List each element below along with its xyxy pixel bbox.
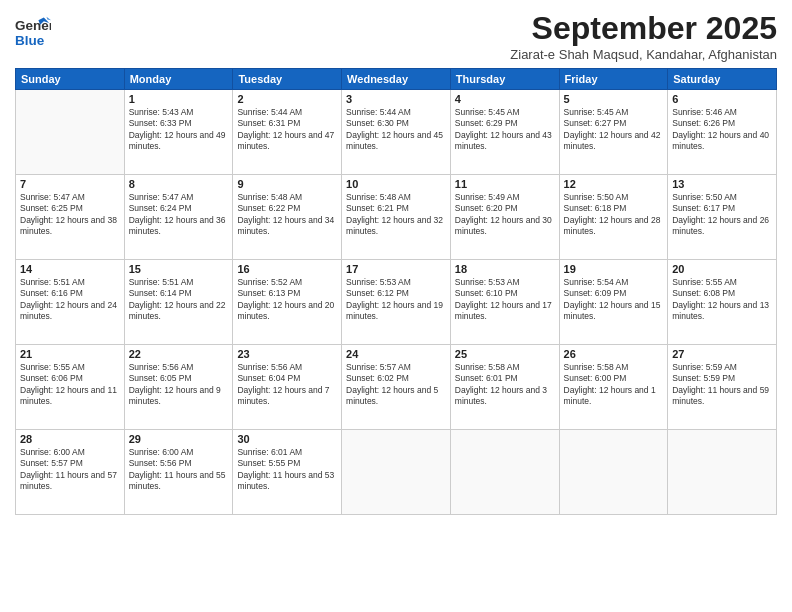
- day-cell: 10 Sunrise: 5:48 AM Sunset: 6:21 PM Dayl…: [342, 175, 451, 260]
- weekday-monday: Monday: [124, 69, 233, 90]
- sunrise-text: Sunrise: 5:51 AM: [129, 277, 194, 287]
- day-cell: 30 Sunrise: 6:01 AM Sunset: 5:55 PM Dayl…: [233, 430, 342, 515]
- sunset-text: Sunset: 5:57 PM: [20, 458, 83, 468]
- day-info: Sunrise: 5:55 AM Sunset: 6:08 PM Dayligh…: [672, 277, 772, 323]
- daylight-text: Daylight: 12 hours and 43 minutes.: [455, 130, 552, 151]
- day-cell: 18 Sunrise: 5:53 AM Sunset: 6:10 PM Dayl…: [450, 260, 559, 345]
- sunset-text: Sunset: 6:24 PM: [129, 203, 192, 213]
- day-info: Sunrise: 5:51 AM Sunset: 6:16 PM Dayligh…: [20, 277, 120, 323]
- week-row-1: 1 Sunrise: 5:43 AM Sunset: 6:33 PM Dayli…: [16, 90, 777, 175]
- day-info: Sunrise: 5:56 AM Sunset: 6:05 PM Dayligh…: [129, 362, 229, 408]
- day-cell: 23 Sunrise: 5:56 AM Sunset: 6:04 PM Dayl…: [233, 345, 342, 430]
- day-cell: 5 Sunrise: 5:45 AM Sunset: 6:27 PM Dayli…: [559, 90, 668, 175]
- daylight-text: Daylight: 11 hours and 53 minutes.: [237, 470, 334, 491]
- daylight-text: Daylight: 12 hours and 40 minutes.: [672, 130, 769, 151]
- day-cell: 4 Sunrise: 5:45 AM Sunset: 6:29 PM Dayli…: [450, 90, 559, 175]
- day-number: 17: [346, 263, 446, 275]
- day-info: Sunrise: 5:47 AM Sunset: 6:25 PM Dayligh…: [20, 192, 120, 238]
- day-info: Sunrise: 5:59 AM Sunset: 5:59 PM Dayligh…: [672, 362, 772, 408]
- day-cell: [668, 430, 777, 515]
- sunrise-text: Sunrise: 5:47 AM: [20, 192, 85, 202]
- day-number: 27: [672, 348, 772, 360]
- sunset-text: Sunset: 6:05 PM: [129, 373, 192, 383]
- sunset-text: Sunset: 6:10 PM: [455, 288, 518, 298]
- daylight-text: Daylight: 11 hours and 55 minutes.: [129, 470, 226, 491]
- logo: General Blue: [15, 14, 51, 50]
- day-cell: 9 Sunrise: 5:48 AM Sunset: 6:22 PM Dayli…: [233, 175, 342, 260]
- day-cell: 24 Sunrise: 5:57 AM Sunset: 6:02 PM Dayl…: [342, 345, 451, 430]
- sunset-text: Sunset: 5:56 PM: [129, 458, 192, 468]
- day-number: 2: [237, 93, 337, 105]
- sunset-text: Sunset: 6:08 PM: [672, 288, 735, 298]
- weekday-friday: Friday: [559, 69, 668, 90]
- sunrise-text: Sunrise: 5:50 AM: [564, 192, 629, 202]
- weekday-tuesday: Tuesday: [233, 69, 342, 90]
- daylight-text: Daylight: 12 hours and 9 minutes.: [129, 385, 221, 406]
- day-cell: 1 Sunrise: 5:43 AM Sunset: 6:33 PM Dayli…: [124, 90, 233, 175]
- day-info: Sunrise: 5:50 AM Sunset: 6:18 PM Dayligh…: [564, 192, 664, 238]
- day-cell: 22 Sunrise: 5:56 AM Sunset: 6:05 PM Dayl…: [124, 345, 233, 430]
- day-info: Sunrise: 5:48 AM Sunset: 6:21 PM Dayligh…: [346, 192, 446, 238]
- sunset-text: Sunset: 6:14 PM: [129, 288, 192, 298]
- day-number: 7: [20, 178, 120, 190]
- day-info: Sunrise: 5:55 AM Sunset: 6:06 PM Dayligh…: [20, 362, 120, 408]
- weekday-saturday: Saturday: [668, 69, 777, 90]
- day-cell: 25 Sunrise: 5:58 AM Sunset: 6:01 PM Dayl…: [450, 345, 559, 430]
- sunrise-text: Sunrise: 5:57 AM: [346, 362, 411, 372]
- sunrise-text: Sunrise: 5:50 AM: [672, 192, 737, 202]
- day-cell: 28 Sunrise: 6:00 AM Sunset: 5:57 PM Dayl…: [16, 430, 125, 515]
- day-cell: 14 Sunrise: 5:51 AM Sunset: 6:16 PM Dayl…: [16, 260, 125, 345]
- day-number: 10: [346, 178, 446, 190]
- daylight-text: Daylight: 12 hours and 32 minutes.: [346, 215, 443, 236]
- daylight-text: Daylight: 12 hours and 28 minutes.: [564, 215, 661, 236]
- day-number: 30: [237, 433, 337, 445]
- day-number: 9: [237, 178, 337, 190]
- day-info: Sunrise: 5:43 AM Sunset: 6:33 PM Dayligh…: [129, 107, 229, 153]
- day-info: Sunrise: 5:45 AM Sunset: 6:27 PM Dayligh…: [564, 107, 664, 153]
- daylight-text: Daylight: 12 hours and 45 minutes.: [346, 130, 443, 151]
- day-info: Sunrise: 6:00 AM Sunset: 5:57 PM Dayligh…: [20, 447, 120, 493]
- day-cell: 6 Sunrise: 5:46 AM Sunset: 6:26 PM Dayli…: [668, 90, 777, 175]
- sunset-text: Sunset: 6:26 PM: [672, 118, 735, 128]
- day-number: 22: [129, 348, 229, 360]
- day-number: 11: [455, 178, 555, 190]
- sunrise-text: Sunrise: 5:53 AM: [455, 277, 520, 287]
- day-cell: [342, 430, 451, 515]
- day-cell: 7 Sunrise: 5:47 AM Sunset: 6:25 PM Dayli…: [16, 175, 125, 260]
- daylight-text: Daylight: 12 hours and 30 minutes.: [455, 215, 552, 236]
- sunrise-text: Sunrise: 5:45 AM: [455, 107, 520, 117]
- weekday-thursday: Thursday: [450, 69, 559, 90]
- day-number: 12: [564, 178, 664, 190]
- subtitle: Ziarat-e Shah Maqsud, Kandahar, Afghanis…: [510, 47, 777, 62]
- daylight-text: Daylight: 12 hours and 42 minutes.: [564, 130, 661, 151]
- day-cell: 15 Sunrise: 5:51 AM Sunset: 6:14 PM Dayl…: [124, 260, 233, 345]
- title-block: September 2025 Ziarat-e Shah Maqsud, Kan…: [510, 10, 777, 62]
- day-cell: 19 Sunrise: 5:54 AM Sunset: 6:09 PM Dayl…: [559, 260, 668, 345]
- week-row-4: 21 Sunrise: 5:55 AM Sunset: 6:06 PM Dayl…: [16, 345, 777, 430]
- day-info: Sunrise: 5:51 AM Sunset: 6:14 PM Dayligh…: [129, 277, 229, 323]
- sunrise-text: Sunrise: 6:01 AM: [237, 447, 302, 457]
- weekday-header-row: SundayMondayTuesdayWednesdayThursdayFrid…: [16, 69, 777, 90]
- day-cell: 3 Sunrise: 5:44 AM Sunset: 6:30 PM Dayli…: [342, 90, 451, 175]
- day-cell: 12 Sunrise: 5:50 AM Sunset: 6:18 PM Dayl…: [559, 175, 668, 260]
- calendar: SundayMondayTuesdayWednesdayThursdayFrid…: [15, 68, 777, 515]
- day-info: Sunrise: 6:01 AM Sunset: 5:55 PM Dayligh…: [237, 447, 337, 493]
- sunrise-text: Sunrise: 5:43 AM: [129, 107, 194, 117]
- day-cell: 11 Sunrise: 5:49 AM Sunset: 6:20 PM Dayl…: [450, 175, 559, 260]
- sunrise-text: Sunrise: 5:58 AM: [564, 362, 629, 372]
- day-info: Sunrise: 5:54 AM Sunset: 6:09 PM Dayligh…: [564, 277, 664, 323]
- day-number: 20: [672, 263, 772, 275]
- sunrise-text: Sunrise: 5:48 AM: [237, 192, 302, 202]
- sunrise-text: Sunrise: 5:52 AM: [237, 277, 302, 287]
- day-info: Sunrise: 6:00 AM Sunset: 5:56 PM Dayligh…: [129, 447, 229, 493]
- day-info: Sunrise: 5:56 AM Sunset: 6:04 PM Dayligh…: [237, 362, 337, 408]
- sunset-text: Sunset: 6:31 PM: [237, 118, 300, 128]
- sunrise-text: Sunrise: 5:49 AM: [455, 192, 520, 202]
- day-cell: [450, 430, 559, 515]
- day-info: Sunrise: 5:45 AM Sunset: 6:29 PM Dayligh…: [455, 107, 555, 153]
- daylight-text: Daylight: 12 hours and 15 minutes.: [564, 300, 661, 321]
- day-info: Sunrise: 5:50 AM Sunset: 6:17 PM Dayligh…: [672, 192, 772, 238]
- sunrise-text: Sunrise: 5:44 AM: [346, 107, 411, 117]
- day-cell: 17 Sunrise: 5:53 AM Sunset: 6:12 PM Dayl…: [342, 260, 451, 345]
- day-info: Sunrise: 5:53 AM Sunset: 6:10 PM Dayligh…: [455, 277, 555, 323]
